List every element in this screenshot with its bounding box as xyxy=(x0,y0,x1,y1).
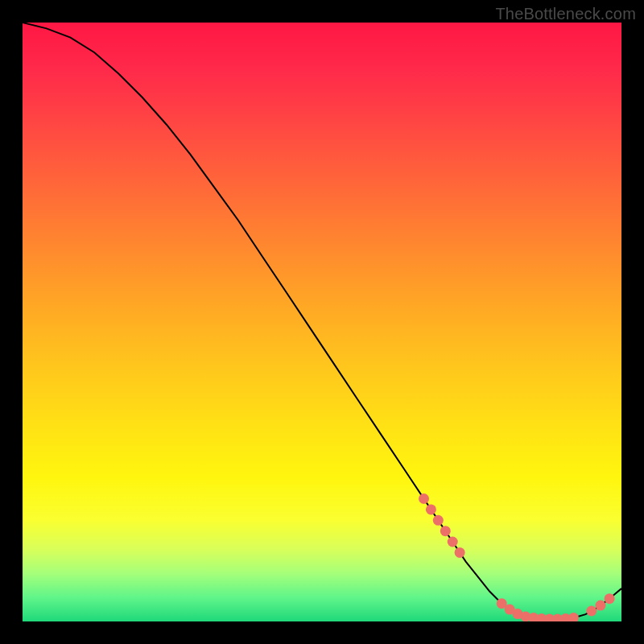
data-point xyxy=(455,547,465,558)
chart-outer-frame: TheBottleneck.com xyxy=(0,0,644,644)
plot-area xyxy=(23,23,621,621)
data-point xyxy=(586,606,597,617)
data-point xyxy=(419,493,429,504)
data-point xyxy=(448,537,458,547)
data-markers xyxy=(419,493,615,621)
data-point xyxy=(433,515,444,526)
data-point xyxy=(605,593,615,604)
attribution-text: TheBottleneck.com xyxy=(495,5,636,23)
data-point xyxy=(596,601,606,611)
data-point xyxy=(440,526,451,536)
chart-overlay xyxy=(23,23,621,621)
data-point xyxy=(568,613,579,621)
bottleneck-curve xyxy=(23,23,621,619)
data-point xyxy=(426,504,436,514)
